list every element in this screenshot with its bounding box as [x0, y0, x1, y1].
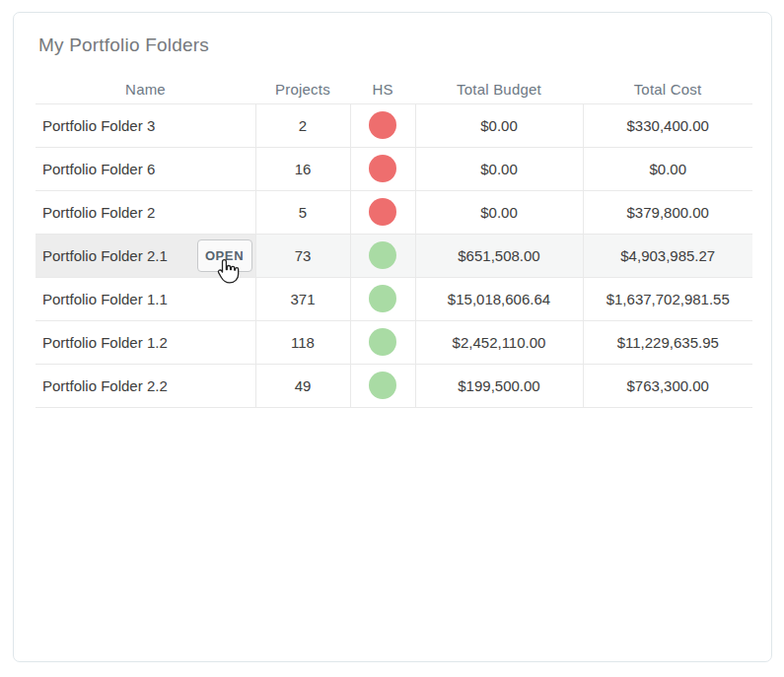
- health-status-dot: [369, 155, 396, 182]
- health-status-dot: [369, 328, 396, 356]
- total-budget-cell: $199,500.00: [415, 364, 583, 407]
- total-budget-value: $0.00: [480, 204, 518, 221]
- total-budget-cell: $651,508.00: [415, 234, 583, 277]
- folder-name: Portfolio Folder 2.1: [42, 247, 168, 264]
- total-cost-cell: $330,400.00: [583, 103, 752, 147]
- total-budget-cell: $0.00: [415, 190, 583, 234]
- projects-cell: 49: [255, 364, 350, 407]
- total-cost-value: $379,800.00: [627, 204, 709, 221]
- folder-name: Portfolio Folder 3: [42, 117, 155, 134]
- folder-name-cell: Portfolio Folder 6: [36, 147, 255, 190]
- column-header-name: Name: [36, 75, 255, 103]
- health-status-dot: [369, 285, 396, 312]
- folder-name-cell: Portfolio Folder 1.1: [36, 277, 255, 320]
- table-row[interactable]: Portfolio Folder 2 5 $0.00 $379,800.00: [36, 190, 752, 234]
- folder-name: Portfolio Folder 1.2: [42, 334, 168, 351]
- projects-value: 73: [295, 247, 312, 264]
- table-row[interactable]: Portfolio Folder 2.2 49 $199,500.00 $763…: [36, 364, 752, 407]
- projects-cell: 73: [255, 234, 350, 277]
- total-cost-value: $0.00: [649, 161, 686, 177]
- hs-cell: [350, 320, 415, 364]
- hs-cell: [350, 147, 415, 190]
- folder-name: Portfolio Folder 2: [42, 204, 155, 221]
- total-cost-cell: $379,800.00: [583, 190, 752, 234]
- total-budget-value: $651,508.00: [458, 247, 539, 264]
- total-budget-cell: $15,018,606.64: [415, 277, 583, 320]
- health-status-dot: [369, 372, 396, 399]
- folder-name: Portfolio Folder 2.2: [42, 377, 168, 394]
- table-row[interactable]: Portfolio Folder 1.1 371 $15,018,606.64 …: [36, 277, 752, 320]
- folder-name-cell: Portfolio Folder 3: [36, 103, 255, 147]
- total-budget-cell: $2,452,110.00: [415, 320, 583, 364]
- hs-cell: [350, 190, 415, 234]
- folder-name-cell: Portfolio Folder 2.1 OPEN: [36, 234, 255, 277]
- card-title: My Portfolio Folders: [38, 34, 771, 56]
- table-header-row: Name Projects HS Total Budget Total Cost: [36, 75, 752, 103]
- total-cost-value: $11,229,635.95: [617, 334, 719, 351]
- projects-cell: 5: [255, 190, 350, 234]
- folder-name-cell: Portfolio Folder 2: [36, 190, 255, 234]
- total-budget-value: $15,018,606.64: [448, 291, 550, 307]
- total-budget-cell: $0.00: [415, 103, 583, 147]
- projects-cell: 371: [255, 277, 350, 320]
- projects-cell: 2: [255, 103, 350, 147]
- total-cost-cell: $763,300.00: [583, 364, 752, 407]
- hs-cell: [350, 234, 415, 277]
- projects-value: 49: [295, 377, 312, 394]
- total-cost-value: $330,400.00: [627, 117, 709, 134]
- table-row[interactable]: Portfolio Folder 2.1 OPEN 73 $651,508.00…: [36, 234, 752, 277]
- total-budget-value: $2,452,110.00: [453, 334, 546, 351]
- projects-value: 16: [295, 161, 312, 177]
- projects-cell: 16: [255, 147, 350, 190]
- projects-value: 118: [291, 334, 315, 351]
- portfolio-folders-table: Name Projects HS Total Budget Total Cost…: [36, 75, 752, 408]
- table-row[interactable]: Portfolio Folder 1.2 118 $2,452,110.00 $…: [36, 320, 752, 364]
- total-cost-value: $1,637,702,981.55: [606, 291, 730, 307]
- hs-cell: [350, 103, 415, 147]
- folder-name-cell: Portfolio Folder 2.2: [36, 364, 255, 407]
- column-header-total-cost: Total Cost: [583, 75, 752, 103]
- total-budget-value: $0.00: [480, 117, 518, 134]
- projects-value: 2: [299, 117, 307, 134]
- column-header-hs: HS: [350, 75, 415, 103]
- folder-name-cell: Portfolio Folder 1.2: [36, 320, 255, 364]
- hs-cell: [350, 364, 415, 407]
- folder-name: Portfolio Folder 6: [42, 161, 155, 177]
- table-row[interactable]: Portfolio Folder 6 16 $0.00 $0.00: [36, 147, 752, 190]
- projects-value: 5: [299, 204, 307, 221]
- open-button[interactable]: OPEN: [197, 239, 252, 272]
- total-cost-cell: $4,903,985.27: [583, 234, 752, 277]
- projects-cell: 118: [255, 320, 350, 364]
- portfolio-folders-card: My Portfolio Folders Name Projects HS To…: [13, 12, 772, 662]
- open-button-wrap: OPEN: [197, 239, 252, 272]
- health-status-dot: [369, 111, 396, 139]
- health-status-dot: [369, 241, 396, 269]
- column-header-total-budget: Total Budget: [415, 75, 583, 103]
- total-cost-cell: $1,637,702,981.55: [583, 277, 752, 320]
- total-cost-cell: $0.00: [583, 147, 752, 190]
- total-cost-cell: $11,229,635.95: [583, 320, 752, 364]
- projects-value: 371: [290, 291, 315, 307]
- total-cost-value: $763,300.00: [627, 377, 709, 394]
- total-budget-value: $199,500.00: [458, 377, 539, 394]
- hs-cell: [350, 277, 415, 320]
- table-row[interactable]: Portfolio Folder 3 2 $0.00 $330,400.00: [36, 103, 752, 147]
- total-cost-value: $4,903,985.27: [620, 247, 715, 264]
- folder-name: Portfolio Folder 1.1: [42, 291, 168, 307]
- total-budget-cell: $0.00: [415, 147, 583, 190]
- health-status-dot: [369, 198, 396, 226]
- total-budget-value: $0.00: [480, 161, 518, 177]
- column-header-projects: Projects: [255, 75, 350, 103]
